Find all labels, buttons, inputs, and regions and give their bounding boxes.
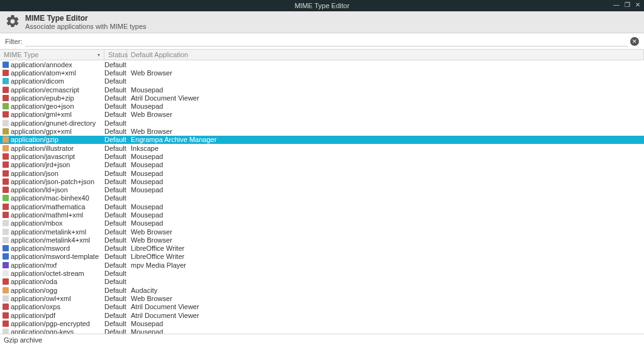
file-icon — [3, 187, 9, 193]
table-row[interactable]: application/mxfDefaultmpv Media Player — [0, 261, 644, 269]
cell-status: Default — [104, 203, 127, 211]
table-row[interactable]: application/ecmascriptDefaultMousepad — [0, 85, 644, 94]
table-row[interactable]: application/msword-templateDefaultLibreO… — [0, 253, 644, 261]
cell-status: Default — [104, 77, 127, 85]
table-row[interactable]: application/odaDefault — [0, 278, 644, 286]
table-row[interactable]: application/oggDefaultAudacity — [0, 286, 644, 294]
table-row[interactable]: application/jrd+jsonDefaultMousepad — [0, 161, 644, 169]
file-icon — [3, 153, 9, 160]
table-row[interactable]: application/octet-streamDefault — [0, 269, 644, 277]
cell-status: Default — [104, 102, 127, 110]
column-header-status[interactable]: Status — [104, 50, 127, 60]
table-row[interactable]: application/dicomDefault — [0, 77, 644, 85]
cell-default-app: Mousepad — [127, 320, 644, 327]
table-row[interactable]: application/ld+jsonDefaultMousepad — [0, 185, 644, 194]
file-icon — [3, 70, 9, 76]
mime-label: application/json-patch+json — [11, 178, 94, 185]
cell-mime: application/mxf — [0, 261, 104, 269]
mime-label: application/oxps — [11, 303, 60, 310]
column-header-mime[interactable]: MIME Type ▾ — [0, 50, 104, 60]
file-icon — [3, 287, 9, 293]
file-icon — [3, 111, 9, 118]
table-row[interactable]: application/mathematicaDefaultMousepad — [0, 202, 644, 211]
cell-mime: application/epub+zip — [0, 94, 104, 102]
table-row[interactable]: application/javascriptDefaultMousepad — [0, 152, 644, 160]
table-row[interactable]: application/illustratorDefaultInkscape — [0, 144, 644, 152]
table-row[interactable]: application/mac-binhex40Default — [0, 194, 644, 202]
table-row[interactable]: application/geo+jsonDefaultMousepad — [0, 102, 644, 110]
file-icon — [3, 245, 9, 251]
cell-default-app: Mousepad — [127, 153, 644, 160]
cell-default-app: mpv Media Player — [127, 261, 644, 269]
column-header-default-app[interactable]: Default Application — [127, 50, 644, 60]
table-row[interactable]: application/atom+xmlDefaultWeb Browser — [0, 68, 644, 77]
clear-filter-icon[interactable]: ✕ — [630, 37, 639, 46]
cell-status: Default — [104, 86, 127, 94]
table-row[interactable]: application/gpx+xmlDefaultWeb Browser — [0, 127, 644, 135]
cell-mime: application/geo+json — [0, 102, 104, 110]
chevron-down-icon: ▾ — [97, 52, 100, 58]
cell-default-app: Web Browser — [127, 111, 644, 118]
cell-mime: application/json-patch+json — [0, 178, 104, 185]
cell-mime: application/ld+json — [0, 186, 104, 194]
cell-mime: application/oda — [0, 278, 104, 285]
table-row[interactable]: application/json-patch+jsonDefaultMousep… — [0, 177, 644, 185]
mime-label: application/ld+json — [11, 186, 68, 194]
cell-mime: application/mathematica — [0, 203, 104, 211]
table-row[interactable]: application/pgp-encryptedDefaultMousepad — [0, 319, 644, 327]
mime-label: application/gnunet-directory — [11, 119, 96, 127]
maximize-icon[interactable]: ❐ — [625, 1, 630, 8]
cell-default-app: Mousepad — [127, 328, 644, 334]
file-icon — [3, 312, 9, 319]
mime-label: application/msword-template — [11, 253, 99, 260]
mime-label: application/gpx+xml — [11, 128, 72, 135]
minimize-icon[interactable]: — — [613, 1, 619, 8]
cell-mime: application/msword-template — [0, 253, 104, 260]
file-icon — [3, 295, 9, 302]
table-row[interactable]: application/gnunet-directoryDefault — [0, 119, 644, 127]
table-row[interactable]: application/metalink4+xmlDefaultWeb Brow… — [0, 236, 644, 244]
table-row[interactable]: application/pgp-keysDefaultMousepad — [0, 328, 644, 334]
table-row[interactable]: application/mathml+xmlDefaultMousepad — [0, 211, 644, 219]
cell-mime: application/mac-binhex40 — [0, 194, 104, 202]
table-row[interactable]: application/metalink+xmlDefaultWeb Brows… — [0, 227, 644, 236]
cell-default-app: Mousepad — [127, 186, 644, 194]
mime-label: application/ecmascript — [11, 86, 79, 94]
mime-label: application/mathematica — [11, 203, 86, 211]
cell-status: Default — [104, 228, 127, 236]
header-title-block: MIME Type Editor Associate applications … — [25, 14, 147, 30]
file-icon — [3, 128, 9, 134]
mime-label: application/pgp-encrypted — [11, 320, 90, 327]
table-row[interactable]: application/mboxDefaultMousepad — [0, 219, 644, 227]
cell-status: Default — [104, 244, 127, 252]
mime-label: application/metalink4+xml — [11, 236, 90, 244]
file-icon — [3, 145, 9, 151]
table-row[interactable]: application/epub+zipDefaultAtril Documen… — [0, 94, 644, 102]
table-row[interactable]: application/mswordDefaultLibreOffice Wri… — [0, 244, 644, 253]
table-row[interactable]: application/gml+xmlDefaultWeb Browser — [0, 111, 644, 119]
table-row[interactable]: application/pdfDefaultAtril Document Vie… — [0, 311, 644, 319]
cell-mime: application/pgp-keys — [0, 328, 104, 334]
cell-mime: application/illustrator — [0, 145, 104, 152]
cell-status: Default — [104, 128, 127, 135]
file-icon — [3, 320, 9, 327]
table-row[interactable]: application/oxpsDefaultAtril Document Vi… — [0, 303, 644, 311]
mime-label: application/illustrator — [11, 145, 74, 152]
cell-mime: application/gpx+xml — [0, 128, 104, 135]
mime-label: application/owl+xml — [11, 295, 71, 302]
table-row[interactable]: application/jsonDefaultMousepad — [0, 169, 644, 177]
cell-status: Default — [104, 236, 127, 244]
filter-bar: Filter: ✕ — [0, 33, 644, 49]
cell-mime: application/owl+xml — [0, 295, 104, 302]
table-row[interactable]: application/owl+xmlDefaultWeb Browser — [0, 294, 644, 302]
file-icon — [3, 237, 9, 243]
close-icon[interactable]: ✕ — [635, 1, 640, 8]
filter-input[interactable] — [25, 36, 628, 47]
cell-status: Default — [104, 253, 127, 260]
table-row[interactable]: application/annodexDefault — [0, 60, 644, 68]
mime-label: application/atom+xml — [11, 69, 76, 77]
mime-list[interactable]: application/annodexDefaultapplication/at… — [0, 60, 644, 334]
cell-default-app: Mousepad — [127, 211, 644, 219]
mime-label: application/annodex — [11, 61, 72, 68]
table-row[interactable]: application/gzipDefaultEngrampa Archive … — [0, 136, 644, 144]
